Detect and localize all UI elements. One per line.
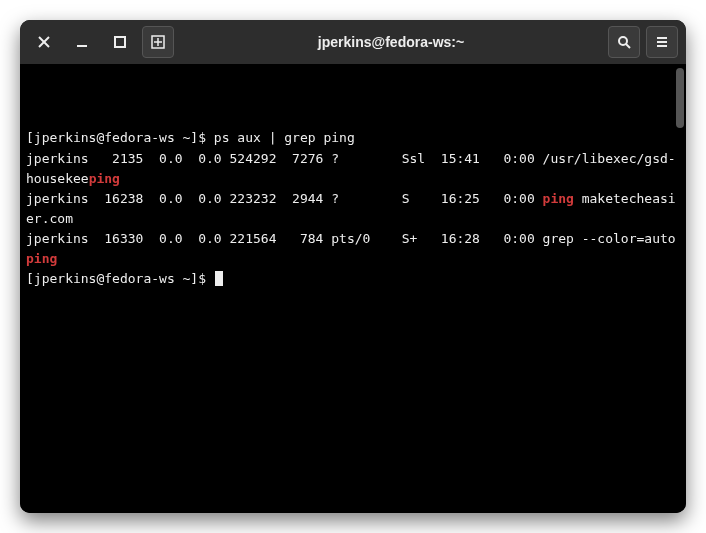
prompt-line: [jperkins@fedora-ws ~]$ ps aux | grep pi… <box>26 128 680 148</box>
hamburger-icon <box>655 35 669 49</box>
prompt-line-2: [jperkins@fedora-ws ~]$ <box>26 269 680 289</box>
grep-highlight: ping <box>89 171 120 186</box>
cursor <box>215 271 223 286</box>
process-row: jperkins 2135 0.0 0.0 524292 7276 ? Ssl … <box>26 149 680 189</box>
menu-button[interactable] <box>646 26 678 58</box>
titlebar: jperkins@fedora-ws:~ <box>20 20 686 64</box>
process-row: jperkins 16238 0.0 0.0 223232 2944 ? S 1… <box>26 189 680 229</box>
process-row: jperkins 16330 0.0 0.0 221564 784 pts/0 … <box>26 229 680 269</box>
maximize-button[interactable] <box>104 26 136 58</box>
scrollbar-thumb[interactable] <box>676 68 684 128</box>
plus-box-icon <box>151 35 165 49</box>
prompt-prefix: [jperkins@fedora-ws ~]$ <box>26 130 214 145</box>
search-icon <box>617 35 631 49</box>
maximize-icon <box>113 35 127 49</box>
grep-highlight: ping <box>543 191 574 206</box>
svg-point-7 <box>619 37 627 45</box>
close-icon <box>37 35 51 49</box>
minimize-button[interactable] <box>66 26 98 58</box>
prompt-prefix-2: [jperkins@fedora-ws ~]$ <box>26 271 214 286</box>
terminal-window: jperkins@fedora-ws:~ [jperkins@fedora-ws… <box>20 20 686 513</box>
grep-highlight: ping <box>26 251 57 266</box>
command-text: ps aux | grep ping <box>214 130 355 145</box>
minimize-icon <box>75 35 89 49</box>
svg-rect-3 <box>115 37 125 47</box>
new-tab-button[interactable] <box>142 26 174 58</box>
close-button[interactable] <box>28 26 60 58</box>
window-title: jperkins@fedora-ws:~ <box>180 34 602 50</box>
svg-line-8 <box>626 44 630 48</box>
terminal-output[interactable]: [jperkins@fedora-ws ~]$ ps aux | grep pi… <box>20 64 686 513</box>
search-button[interactable] <box>608 26 640 58</box>
